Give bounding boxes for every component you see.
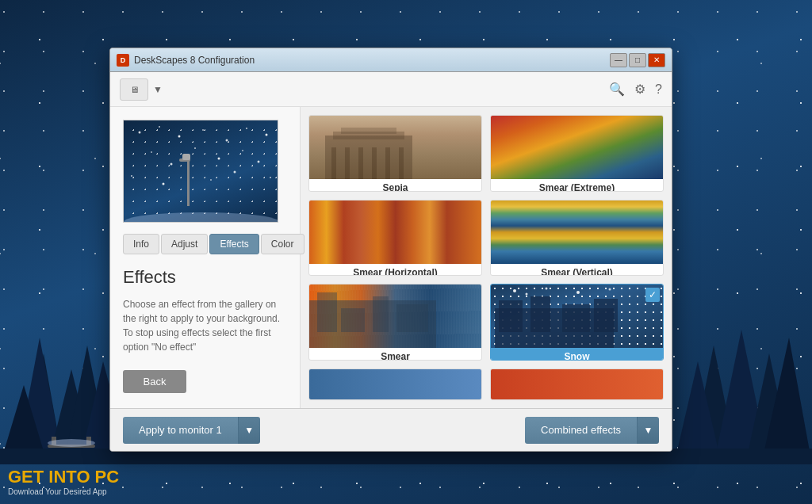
- svg-point-57: [609, 288, 611, 291]
- svg-point-19: [202, 129, 204, 131]
- smear-visual: [309, 284, 481, 348]
- effects-gallery[interactable]: Sepia Add a sepia tone effect Smear (Ext…: [301, 107, 672, 408]
- toolbar-left: 🖥 ▼: [120, 78, 163, 101]
- effect-name-smear-vertical: Smear (Vertical): [491, 264, 663, 277]
- svg-point-27: [242, 150, 243, 151]
- effect-card-smear-horizontal[interactable]: Smear (Horizontal) Horizontal smear: [308, 200, 482, 277]
- effect-card-smear[interactable]: Smear A simple smear: [308, 284, 482, 361]
- search-icon[interactable]: 🔍: [609, 82, 625, 97]
- svg-rect-38: [331, 147, 336, 179]
- snow-overlay: [124, 120, 278, 222]
- effect-thumb-smear-extreme: [491, 116, 663, 179]
- content-area: Info Adjust Effects Color Effects Choose…: [110, 107, 672, 408]
- apply-to-monitor-button[interactable]: Apply to monitor 1: [123, 417, 238, 444]
- left-panel: Info Adjust Effects Color Effects Choose…: [110, 107, 301, 408]
- svg-rect-43: [399, 147, 404, 179]
- effect-name-smear-extreme: Smear (Extreme): [491, 179, 663, 192]
- effect-thumb-smear: [309, 284, 481, 348]
- effect-card-partial-2[interactable]: [490, 368, 664, 400]
- snow-visual: ✓: [491, 284, 663, 348]
- svg-point-26: [218, 158, 220, 160]
- svg-point-17: [159, 126, 160, 128]
- effect-name-sepia: Sepia: [309, 179, 481, 192]
- svg-rect-45: [317, 292, 337, 332]
- svg-point-54: [513, 289, 516, 292]
- app-window: D DeskScapes 8 Configuration — □ ✕ 🖥 ▼ 🔍…: [109, 48, 672, 452]
- svg-point-33: [270, 177, 271, 178]
- svg-rect-40: [358, 147, 363, 179]
- preview-image: [123, 120, 278, 223]
- tab-info[interactable]: Info: [123, 234, 159, 254]
- settings-icon[interactable]: ⚙: [634, 82, 645, 97]
- app-icon: D: [117, 54, 129, 67]
- window-controls: — □ ✕: [610, 53, 665, 67]
- watermark: GET INTO PC Download Your Desired App: [8, 467, 119, 496]
- tab-adjust[interactable]: Adjust: [161, 234, 208, 254]
- svg-point-55: [546, 288, 548, 290]
- svg-rect-42: [385, 147, 390, 179]
- close-button[interactable]: ✕: [648, 53, 665, 67]
- partial-thumb-2: [491, 369, 663, 399]
- snow-city-svg: [491, 284, 663, 348]
- smear-city-svg: [309, 284, 481, 348]
- back-button[interactable]: Back: [123, 370, 186, 393]
- svg-point-30: [163, 183, 165, 185]
- effect-card-smear-extreme[interactable]: Smear (Extreme) Smears diagonally: [490, 115, 664, 192]
- toolbar: 🖥 ▼ 🔍 ⚙ ?: [110, 72, 672, 107]
- section-title: Effects: [123, 267, 287, 288]
- effect-card-snow[interactable]: ✓ Snow Animated snow falling: [490, 284, 664, 361]
- smear-h-visual: [309, 200, 481, 264]
- svg-rect-39: [345, 147, 350, 179]
- effect-card-partial-1[interactable]: [308, 368, 482, 400]
- effect-card-sepia[interactable]: Sepia Add a sepia tone effect: [308, 115, 482, 192]
- svg-point-58: [526, 293, 528, 296]
- svg-point-23: [151, 151, 152, 153]
- smear-v-visual: [491, 200, 663, 264]
- svg-rect-50: [499, 300, 523, 332]
- tab-color[interactable]: Color: [261, 234, 304, 254]
- combined-dropdown-button[interactable]: ▼: [637, 417, 659, 444]
- svg-point-32: [234, 171, 236, 174]
- combined-effects-button[interactable]: Combined effects: [525, 417, 637, 444]
- svg-point-34: [124, 212, 278, 222]
- svg-rect-53: [594, 299, 618, 332]
- svg-point-22: [266, 134, 268, 136]
- apply-dropdown-button[interactable]: ▼: [238, 417, 260, 444]
- section-description: Choose an effect from the gallery on the…: [123, 297, 287, 354]
- effect-thumb-sepia: [309, 116, 481, 179]
- effect-name-snow: Snow: [491, 348, 663, 361]
- bottom-bar: Apply to monitor 1 ▼ Combined effects ▼: [110, 408, 672, 451]
- logo-button[interactable]: 🖥: [120, 78, 148, 101]
- svg-point-56: [576, 291, 580, 294]
- svg-point-24: [170, 163, 173, 166]
- window-title: DeskScapes 8 Configuration: [134, 55, 610, 66]
- tabs-container: Info Adjust Effects Color: [123, 234, 287, 254]
- combined-button-group: Combined effects ▼: [525, 417, 659, 444]
- svg-point-21: [246, 128, 247, 129]
- effect-thumb-snow: ✓: [491, 284, 663, 348]
- minimize-button[interactable]: —: [610, 53, 627, 67]
- svg-rect-52: [562, 304, 590, 332]
- toolbar-right: 🔍 ⚙ ?: [609, 82, 662, 97]
- effect-thumb-smear-vertical: [491, 200, 663, 264]
- tab-effects[interactable]: Effects: [209, 234, 259, 254]
- window-body: 🖥 ▼ 🔍 ⚙ ?: [110, 72, 672, 451]
- svg-point-25: [194, 147, 196, 149]
- svg-rect-51: [530, 296, 550, 332]
- svg-rect-46: [341, 308, 365, 332]
- svg-point-29: [131, 175, 132, 177]
- maximize-button[interactable]: □: [629, 53, 646, 67]
- effect-card-smear-vertical[interactable]: Smear (Vertical) Vertical smear: [490, 200, 664, 277]
- svg-rect-37: [341, 128, 396, 134]
- help-icon[interactable]: ?: [655, 82, 662, 97]
- svg-point-31: [210, 179, 212, 181]
- apply-button-group: Apply to monitor 1 ▼: [123, 417, 260, 444]
- watermark-tagline: Download Your Desired App: [8, 487, 119, 496]
- svg-rect-48: [396, 304, 428, 332]
- effect-name-smear-horizontal: Smear (Horizontal): [309, 264, 481, 277]
- svg-point-15: [48, 439, 95, 447]
- dropdown-arrow[interactable]: ▼: [153, 84, 163, 95]
- titlebar: D DeskScapes 8 Configuration — □ ✕: [110, 48, 672, 72]
- partial-thumb-1: [309, 369, 481, 399]
- svg-rect-41: [372, 147, 377, 179]
